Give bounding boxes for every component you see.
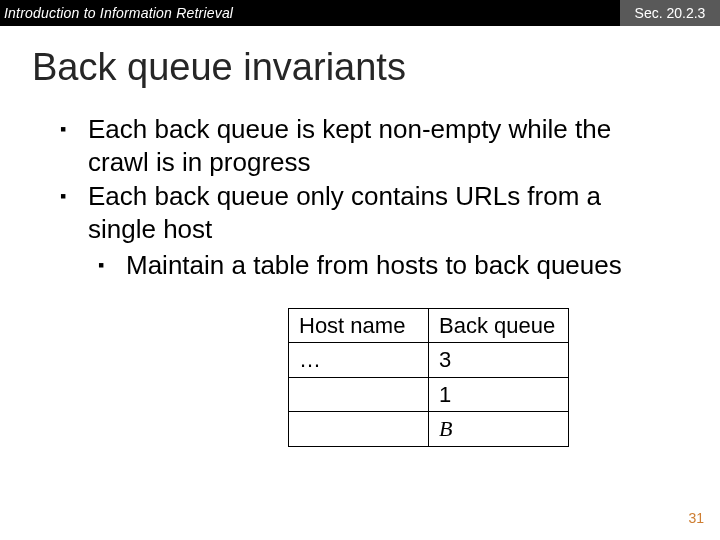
bullet-mark-icon: ▪	[60, 113, 88, 178]
bullet-item: ▪ Each back queue is kept non-empty whil…	[60, 113, 660, 178]
table-cell: …	[289, 343, 429, 378]
table-cell	[289, 377, 429, 412]
table-header-cell: Host name	[289, 308, 429, 343]
table-cell	[289, 412, 429, 447]
bullet-item: ▪ Each back queue only contains URLs fro…	[60, 180, 660, 245]
slide-title: Back queue invariants	[0, 26, 720, 113]
table-cell: 3	[429, 343, 569, 378]
bullet-text: Maintain a table from hosts to back queu…	[126, 249, 622, 282]
table-cell: 1	[429, 377, 569, 412]
hosts-table: Host name Back queue … 3 1 B	[288, 308, 569, 447]
table-row: … 3	[289, 343, 569, 378]
bullet-item-sub: ▪ Maintain a table from hosts to back qu…	[98, 249, 660, 282]
section-label: Sec. 20.2.3	[620, 0, 720, 26]
header-bar: Introduction to Information Retrieval Se…	[0, 0, 720, 26]
hosts-table-wrap: Host name Back queue … 3 1 B	[288, 308, 660, 447]
bullet-mark-icon: ▪	[60, 180, 88, 245]
bullet-mark-icon: ▪	[98, 249, 126, 282]
bullet-text: Each back queue only contains URLs from …	[88, 180, 660, 245]
page-number: 31	[688, 510, 704, 526]
table-cell: B	[429, 412, 569, 447]
table-row: Host name Back queue	[289, 308, 569, 343]
table-header-cell: Back queue	[429, 308, 569, 343]
table-row: 1	[289, 377, 569, 412]
slide-body: ▪ Each back queue is kept non-empty whil…	[0, 113, 720, 447]
course-title: Introduction to Information Retrieval	[0, 5, 233, 21]
bullet-text: Each back queue is kept non-empty while …	[88, 113, 660, 178]
table-row: B	[289, 412, 569, 447]
